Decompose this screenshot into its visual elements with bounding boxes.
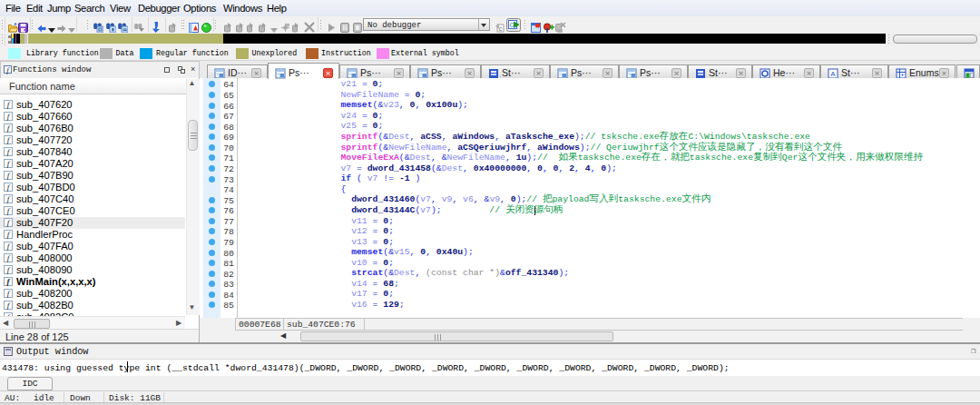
svg-text:A: A [830, 70, 836, 78]
svg-text:c: c [499, 25, 503, 32]
